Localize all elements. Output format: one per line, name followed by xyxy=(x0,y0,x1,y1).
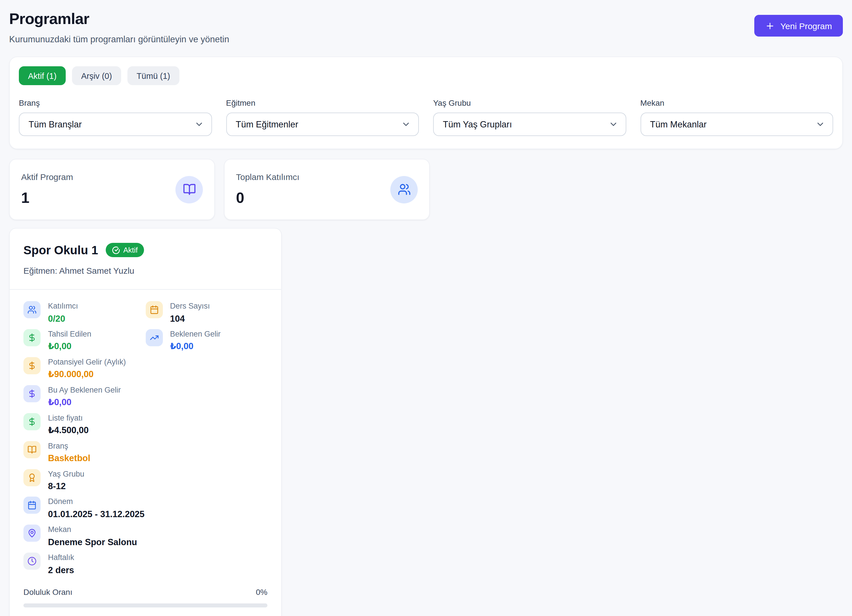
status-tabs: Aktif (1) Arşiv (0) Tümü (1) xyxy=(19,66,833,85)
metric-label: Yaş Grubu xyxy=(48,469,84,479)
egitmen-select[interactable]: Tüm Eğitmenler xyxy=(226,113,419,136)
filter-field-mekan: Mekan Tüm Mekanlar xyxy=(640,98,833,136)
metric-label: Haftalık xyxy=(48,553,74,563)
mekan-select[interactable]: Tüm Mekanlar xyxy=(640,113,833,136)
award-icon xyxy=(23,469,41,486)
metric-yas-grubu: Yaş Grubu 8-12 xyxy=(23,469,267,492)
egitmen-label: Eğitmen xyxy=(226,98,419,107)
metric-donem: Dönem 01.01.2025 - 31.12.2025 xyxy=(23,497,267,520)
users-icon xyxy=(23,301,41,318)
chevron-down-icon xyxy=(194,119,204,129)
chevron-down-icon xyxy=(608,119,618,129)
chevron-down-icon xyxy=(401,119,411,129)
brans-select-value: Tüm Branşlar xyxy=(29,119,82,130)
stat-label: Toplam Katılımcı xyxy=(236,172,299,182)
metric-value: 01.01.2025 - 31.12.2025 xyxy=(48,509,145,520)
program-card-body: Katılımcı 0/20 Ders Sayısı 104 xyxy=(10,290,281,616)
egitmen-select-value: Tüm Eğitmenler xyxy=(236,119,298,130)
calendar-icon xyxy=(23,497,41,514)
dollar-icon xyxy=(23,357,41,374)
occupancy-progress-track xyxy=(23,604,267,607)
metric-label: Beklenen Gelir xyxy=(170,329,221,339)
metric-label: Bu Ay Beklenen Gelir xyxy=(48,385,121,395)
metric-tahsil-edilen: Tahsil Edilen ₺0,00 xyxy=(23,329,145,352)
page-subtitle: Kurumunuzdaki tüm programları görüntüley… xyxy=(9,34,229,45)
metric-value: 2 ders xyxy=(48,565,74,576)
stat-value: 0 xyxy=(236,189,299,207)
metric-label: Tahsil Edilen xyxy=(48,329,91,339)
metric-label: Liste fiyatı xyxy=(48,413,89,423)
metric-haftalik: Haftalık 2 ders xyxy=(23,553,267,576)
metric-value: Deneme Spor Salonu xyxy=(48,537,137,548)
dollar-icon xyxy=(23,385,41,402)
yas-grubu-select-value: Tüm Yaş Grupları xyxy=(443,119,512,130)
metric-value: 8-12 xyxy=(48,480,84,492)
program-title: Spor Okulu 1 xyxy=(23,243,98,257)
metric-value: 0/20 xyxy=(48,313,78,324)
chevron-down-icon xyxy=(816,119,825,129)
program-card-header: Spor Okulu 1 Aktif Eğitmen: Ahmet Samet … xyxy=(10,229,281,289)
metric-label: Dönem xyxy=(48,497,145,507)
metric-beklenen-gelir: Beklenen Gelir ₺0,00 xyxy=(145,329,267,352)
mekan-select-value: Tüm Mekanlar xyxy=(650,119,707,130)
yas-grubu-label: Yaş Grubu xyxy=(433,98,626,107)
status-badge: Aktif xyxy=(106,243,144,257)
occupancy-section: Doluluk Oranı 0% xyxy=(23,587,267,607)
brans-select[interactable]: Tüm Branşlar xyxy=(19,113,212,136)
metric-ders-sayisi: Ders Sayısı 104 xyxy=(145,301,267,324)
circle-check-icon xyxy=(112,246,120,254)
trending-up-icon xyxy=(145,329,163,346)
tab-tumu[interactable]: Tümü (1) xyxy=(127,66,180,85)
yas-grubu-select[interactable]: Tüm Yaş Grupları xyxy=(433,113,626,136)
occupancy-label: Doluluk Oranı xyxy=(23,587,72,596)
tab-arsiv[interactable]: Arşiv (0) xyxy=(72,66,121,85)
metric-value: Basketbol xyxy=(48,453,90,464)
metric-value: ₺4.500,00 xyxy=(48,424,89,436)
occupancy-value: 0% xyxy=(256,587,267,596)
filter-field-egitmen: Eğitmen Tüm Eğitmenler xyxy=(226,98,419,136)
program-instructor: Eğitmen: Ahmet Samet Yuzlu xyxy=(23,266,267,275)
brans-label: Branş xyxy=(19,98,212,107)
metric-label: Ders Sayısı xyxy=(170,301,210,311)
metric-value: ₺0,00 xyxy=(170,341,221,352)
metric-value: ₺0,00 xyxy=(48,341,91,352)
metric-label: Mekan xyxy=(48,525,137,535)
page-header: Programlar Kurumunuzdaki tüm programları… xyxy=(0,0,852,45)
metric-potansiyel-gelir: Potansiyel Gelir (Aylık) ₺90.000,00 xyxy=(23,357,267,380)
filter-field-yas-grubu: Yaş Grubu Tüm Yaş Grupları xyxy=(433,98,626,136)
new-program-button[interactable]: Yeni Program xyxy=(754,15,843,36)
calendar-icon xyxy=(145,301,163,318)
metric-value: ₺90.000,00 xyxy=(48,369,126,380)
metric-liste-fiyati: Liste fiyatı ₺4.500,00 xyxy=(23,413,267,436)
metric-bu-ay-beklenen-gelir: Bu Ay Beklenen Gelir ₺0,00 xyxy=(23,385,267,408)
metric-brans: Branş Basketbol xyxy=(23,441,267,464)
stat-card-toplam-katilimci: Toplam Katılımcı 0 xyxy=(224,159,430,220)
map-pin-icon xyxy=(23,525,41,542)
page: Programlar Kurumunuzdaki tüm programları… xyxy=(0,0,852,616)
stat-text: Aktif Program 1 xyxy=(21,172,73,207)
stat-card-aktif-program: Aktif Program 1 xyxy=(9,159,215,220)
metric-value: 104 xyxy=(170,313,210,324)
program-card: Spor Okulu 1 Aktif Eğitmen: Ahmet Samet … xyxy=(9,228,282,616)
filter-field-brans: Branş Tüm Branşlar xyxy=(19,98,212,136)
plus-icon xyxy=(765,21,775,30)
metric-label: Branş xyxy=(48,441,90,451)
tab-aktif[interactable]: Aktif (1) xyxy=(19,66,66,85)
filter-grid: Branş Tüm Branşlar Eğitmen Tüm Eğitmenle… xyxy=(19,98,833,136)
metric-label: Katılımcı xyxy=(48,301,78,311)
book-open-icon xyxy=(23,441,41,458)
metric-mekan: Mekan Deneme Spor Salonu xyxy=(23,525,267,548)
mekan-label: Mekan xyxy=(640,98,833,107)
dollar-icon xyxy=(23,413,41,430)
metric-value: ₺0,00 xyxy=(48,397,121,408)
book-open-icon xyxy=(175,176,203,203)
new-program-label: Yeni Program xyxy=(780,21,832,30)
metric-grid: Katılımcı 0/20 Ders Sayısı 104 xyxy=(23,301,267,357)
metric-label: Potansiyel Gelir (Aylık) xyxy=(48,357,126,367)
stat-label: Aktif Program xyxy=(21,172,73,182)
stat-cards: Aktif Program 1 Toplam Katılımcı 0 xyxy=(9,159,843,220)
users-icon xyxy=(390,176,418,203)
status-badge-label: Aktif xyxy=(123,246,138,254)
dollar-icon xyxy=(23,329,41,346)
stat-text: Toplam Katılımcı 0 xyxy=(236,172,299,207)
